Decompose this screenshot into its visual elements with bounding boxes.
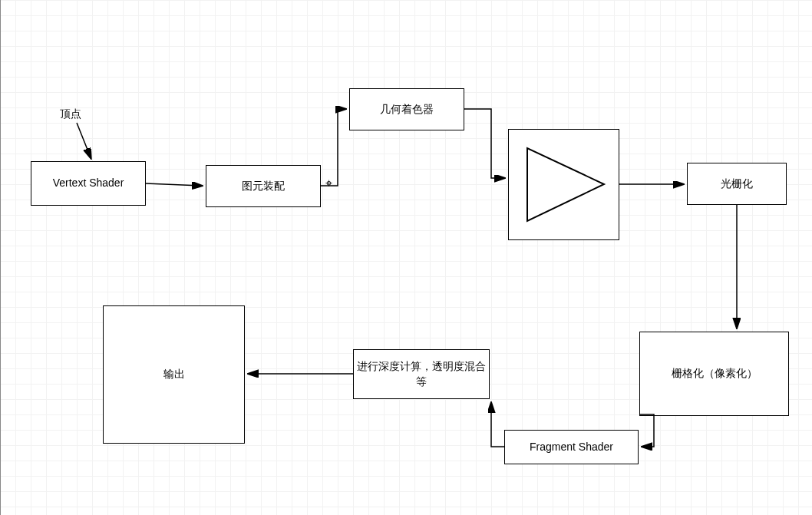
- arrow-pa-to-gs: [321, 109, 345, 186]
- arrow-vs-to-pa: [146, 183, 201, 186]
- cursor-icon: ⌖: [325, 177, 332, 190]
- node-triangle-preview[interactable]: [508, 129, 619, 240]
- arrow-pixel-to-fs: [639, 414, 654, 447]
- triangle-icon: [516, 137, 612, 233]
- node-geometry-shader[interactable]: 几何着色器: [349, 88, 464, 130]
- node-rasterization[interactable]: 光栅化: [687, 163, 787, 205]
- node-primitive-assembly[interactable]: 图元装配: [206, 165, 321, 207]
- arrow-fs-to-depth: [491, 404, 504, 447]
- node-depth-blend[interactable]: 进行深度计算，透明度混合等: [353, 349, 490, 399]
- node-pixelization[interactable]: 栅格化（像素化）: [639, 332, 789, 416]
- diagram-canvas: 顶点 Vertext Shader 图元装配 几何着色器 光栅化 栅格化（像素化…: [0, 0, 812, 515]
- svg-marker-0: [527, 148, 604, 221]
- node-output[interactable]: 输出: [103, 305, 245, 444]
- canvas-left-border: [0, 0, 1, 515]
- arrow-vertex-to-vs: [77, 123, 91, 157]
- node-fragment-shader[interactable]: Fragment Shader: [504, 430, 639, 464]
- label-vertex: 顶点: [60, 107, 81, 121]
- arrow-gs-to-tri: [464, 109, 503, 178]
- node-vertex-shader[interactable]: Vertext Shader: [31, 161, 146, 206]
